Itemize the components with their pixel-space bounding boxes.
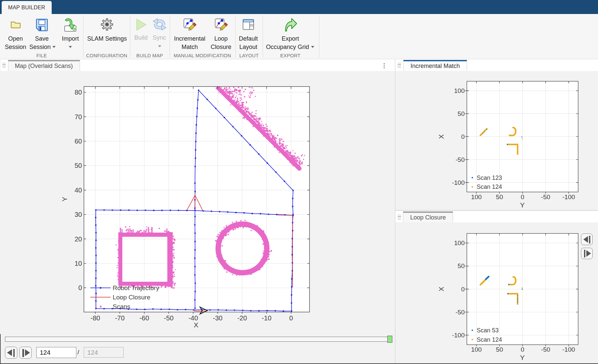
svg-text:10: 10	[75, 260, 82, 267]
svg-text:40: 40	[75, 186, 82, 194]
svg-text:Scan 124: Scan 124	[477, 183, 502, 190]
svg-text:X: X	[194, 321, 198, 329]
svg-text:Scans: Scans	[113, 303, 130, 310]
svg-text:0: 0	[289, 314, 293, 322]
svg-text:Scan 124: Scan 124	[477, 336, 502, 343]
svg-text:-20: -20	[237, 314, 247, 322]
svg-text:-30: -30	[213, 314, 223, 322]
svg-text:80: 80	[75, 89, 82, 96]
svg-text:X: X	[437, 134, 445, 139]
svg-text:0: 0	[461, 133, 465, 140]
svg-text:-50: -50	[541, 193, 550, 200]
svg-text:-10: -10	[262, 314, 271, 322]
svg-text:Y: Y	[61, 197, 68, 201]
svg-text:-100: -100	[562, 193, 575, 200]
svg-text:Scan 123: Scan 123	[477, 175, 502, 181]
svg-text:Loop Closure: Loop Closure	[113, 294, 150, 301]
svg-text:X: X	[437, 287, 445, 291]
svg-text:70: 70	[75, 113, 82, 121]
svg-text:50: 50	[496, 346, 503, 353]
svg-text:30: 30	[75, 211, 82, 218]
svg-text:0: 0	[521, 346, 524, 353]
svg-text:-50: -50	[456, 156, 465, 163]
svg-text:-70: -70	[115, 314, 125, 322]
svg-text:-100: -100	[452, 179, 465, 186]
svg-text:100: 100	[454, 87, 465, 94]
svg-text:50: 50	[458, 262, 465, 269]
svg-text:-100: -100	[562, 346, 575, 353]
svg-text:Robot Trajectory: Robot Trajectory	[113, 284, 159, 291]
svg-text:100: 100	[471, 193, 482, 200]
svg-text:50: 50	[75, 162, 82, 169]
svg-text:-100: -100	[452, 332, 465, 339]
svg-text:Scan 53: Scan 53	[477, 327, 499, 334]
svg-text:0: 0	[521, 193, 524, 200]
svg-text:50: 50	[496, 193, 503, 200]
svg-text:60: 60	[75, 138, 82, 145]
svg-text:Y: Y	[520, 354, 525, 361]
svg-text:-50: -50	[541, 346, 550, 353]
svg-text:50: 50	[458, 110, 465, 117]
svg-text:-50: -50	[164, 314, 174, 322]
svg-text:-60: -60	[139, 314, 149, 322]
svg-text:Y: Y	[520, 201, 525, 209]
svg-text:20: 20	[75, 235, 82, 243]
svg-text:-80: -80	[91, 314, 100, 322]
svg-text:0: 0	[78, 284, 82, 291]
svg-text:-40: -40	[188, 314, 198, 322]
svg-text:100: 100	[471, 346, 482, 353]
svg-text:0: 0	[461, 286, 465, 293]
svg-text:-50: -50	[456, 309, 465, 316]
svg-text:100: 100	[454, 239, 465, 246]
